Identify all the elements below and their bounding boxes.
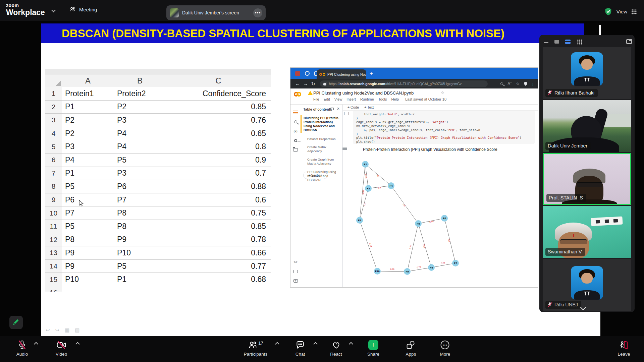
tab-meeting[interactable]: Meeting: [69, 6, 97, 13]
add-text-button[interactable]: + Text: [364, 105, 374, 109]
grid-alt-icon[interactable]: ▤: [75, 327, 79, 333]
toc-item-2[interactable]: Create Matrix Adjacency: [307, 145, 341, 153]
panel-popout-icon[interactable]: [626, 39, 632, 44]
output-cell-icon[interactable]: [342, 147, 347, 150]
column-letter-C[interactable]: C: [166, 74, 271, 87]
cell-A15[interactable]: P10: [62, 273, 114, 286]
row-number-3[interactable]: 3: [45, 114, 62, 127]
cell-B13[interactable]: P10: [114, 246, 166, 260]
cell-A6[interactable]: P4: [62, 154, 114, 167]
column-letter-A[interactable]: A: [62, 74, 114, 87]
panel-minimize-icon[interactable]: [544, 42, 548, 43]
cell-C13[interactable]: 0.66: [166, 246, 271, 260]
gallery-view-icon[interactable]: [577, 39, 582, 45]
variables-icon[interactable]: {x}: [293, 129, 298, 133]
leave-button[interactable]: Leave: [618, 340, 630, 357]
menu-item-runtime[interactable]: Runtime: [360, 97, 374, 101]
redo-icon[interactable]: ↪: [55, 327, 60, 333]
cell-A9[interactable]: P6: [62, 193, 114, 207]
address-bar[interactable]: https://colab.research.google.com/drive/…: [320, 80, 488, 87]
read-aloud-icon[interactable]: Aˆ: [507, 81, 512, 86]
row-number-10[interactable]: 10: [45, 206, 62, 220]
cell-A1[interactable]: Protein1: [62, 87, 114, 101]
chat-button[interactable]: Chat: [296, 340, 305, 357]
cell-C9[interactable]: 0.6: [166, 193, 271, 207]
menu-item-help[interactable]: Help: [391, 97, 399, 101]
last-saved-link[interactable]: Last saved at October 10: [405, 97, 446, 101]
row-number-15[interactable]: 15: [45, 273, 62, 286]
participant-tile-rifki-unej[interactable]: Rifki UNEJ: [543, 259, 631, 311]
audio-button[interactable]: Audio: [16, 340, 28, 357]
participants-button[interactable]: 17 Participants: [244, 340, 268, 357]
view-grid-icon[interactable]: [631, 9, 637, 14]
share-options-ellipsis-icon[interactable]: •••: [253, 8, 262, 17]
grid-small-icon[interactable]: ▦: [65, 327, 69, 333]
browser-app-icon[interactable]: [295, 71, 300, 76]
cell-A13[interactable]: P9: [62, 246, 114, 260]
cell-A10[interactable]: P7: [62, 206, 114, 220]
new-tab-button[interactable]: +: [370, 70, 373, 77]
reload-icon[interactable]: ↻: [311, 81, 315, 86]
table-of-contents-icon[interactable]: [293, 111, 298, 114]
row-number-11[interactable]: 11: [45, 220, 62, 233]
more-button[interactable]: ••• More: [440, 340, 450, 357]
cell-C5[interactable]: 0.8: [166, 140, 271, 154]
menu-item-tools[interactable]: Tools: [378, 97, 387, 101]
tracking-shield-icon[interactable]: [524, 82, 527, 86]
forward-icon[interactable]: →: [303, 81, 308, 86]
share-button[interactable]: ↑ Share: [367, 340, 379, 357]
back-icon[interactable]: ←: [295, 81, 300, 86]
cell-A3[interactable]: P2: [62, 114, 114, 127]
row-number-12[interactable]: 12: [45, 233, 62, 247]
row-number-9[interactable]: 9: [45, 193, 62, 207]
apps-button[interactable]: Apps: [406, 340, 416, 357]
cell-B6[interactable]: P5: [114, 154, 166, 167]
cell-A8[interactable]: P5: [62, 180, 114, 193]
cell-C3[interactable]: 0.76: [166, 114, 271, 127]
toc-popout-icon[interactable]: [330, 108, 334, 110]
cell-B9[interactable]: P7: [114, 193, 166, 207]
row-number-13[interactable]: 13: [45, 246, 62, 260]
react-button[interactable]: React: [330, 340, 342, 357]
toc-item-3[interactable]: Create Graph from Matrix Adjacency: [307, 158, 341, 166]
browser-tab-colab[interactable]: PPI Clustering using Node2Vec a ✕: [317, 69, 366, 79]
stack-view-icon[interactable]: [565, 40, 571, 44]
undo-icon[interactable]: ↩: [46, 327, 50, 333]
cell-C6[interactable]: 0.9: [166, 154, 271, 167]
row-number-7[interactable]: 7: [45, 167, 62, 180]
security-shield-icon[interactable]: [604, 7, 612, 16]
browser-profile-icon[interactable]: [305, 71, 310, 76]
code-cell[interactable]: font_weight='bold', width=2)edge_labels …: [353, 111, 535, 144]
cell-B8[interactable]: P6: [114, 180, 166, 193]
cell-B10[interactable]: P8: [114, 206, 166, 220]
speaker-view-icon[interactable]: [554, 40, 559, 44]
cell-A4[interactable]: P2: [62, 127, 114, 140]
participant-tile-dafik[interactable]: Dafik Univ Jember: [543, 100, 631, 152]
cell-C8[interactable]: 0.88: [166, 180, 271, 193]
cell-B15[interactable]: P1: [114, 273, 166, 286]
cell-B12[interactable]: P9: [114, 233, 166, 247]
cell-A16[interactable]: [62, 286, 114, 292]
find-replace-icon[interactable]: [294, 120, 297, 123]
secrets-key-icon[interactable]: [294, 139, 297, 142]
cell-C1[interactable]: Confidence_Score: [166, 87, 271, 101]
toc-close-icon[interactable]: ✕: [337, 107, 340, 111]
participant-tile-rifki-ilham[interactable]: Rifki Ilham Baihaki: [543, 47, 631, 99]
code-cell-gutter[interactable]: [ ]: [343, 112, 350, 115]
row-number-8[interactable]: 8: [45, 180, 62, 193]
search-icon[interactable]: [500, 82, 503, 85]
row-number-5[interactable]: 5: [45, 140, 62, 154]
cell-B5[interactable]: P4: [114, 140, 166, 154]
workspace-chevron-down-icon[interactable]: [51, 8, 56, 12]
menu-item-view[interactable]: View: [334, 97, 342, 101]
add-code-button[interactable]: + Code: [347, 105, 359, 109]
cell-C10[interactable]: 0.75: [166, 206, 271, 220]
download-manager-icon[interactable]: ↓: [532, 81, 534, 86]
row-number-16[interactable]: 16: [45, 286, 62, 292]
terminal-icon[interactable]: _: [293, 270, 298, 273]
cell-B1[interactable]: Protein2: [114, 87, 166, 101]
active-share-pill[interactable]: Dafik Univ Jember's screen •••: [166, 5, 266, 20]
row-number-2[interactable]: 2: [45, 101, 62, 114]
menu-item-edit[interactable]: Edit: [324, 97, 330, 101]
select-all-corner[interactable]: [45, 74, 62, 87]
